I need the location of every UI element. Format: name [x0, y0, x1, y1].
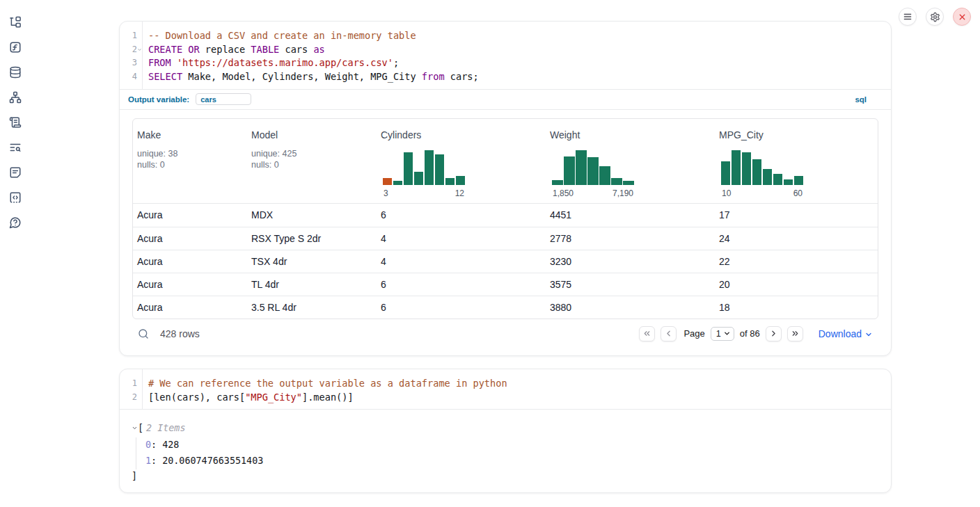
table-cell: 3.5 RL 4dr: [247, 302, 377, 313]
histogram-bar: [404, 152, 413, 185]
first-page-button[interactable]: [639, 326, 655, 341]
line-number: 1: [120, 29, 137, 43]
histogram-bar: [599, 166, 610, 185]
prev-page-button[interactable]: [661, 326, 677, 341]
tree-entry-key: 0: [145, 440, 151, 450]
line-number: 1: [120, 377, 137, 391]
table-cell: 3880: [546, 302, 715, 313]
histogram-bar: [623, 181, 634, 185]
column-name: Model: [251, 119, 377, 140]
table-row: Acura3.5 RL 4dr6388018: [133, 296, 878, 319]
network-icon: [9, 91, 22, 104]
table-cell: 4: [377, 233, 546, 244]
tree-entry: 1: 20.060747663551403: [145, 453, 891, 469]
code-text: SELECT Make, Model, Cylinders, Weight, M…: [142, 70, 479, 84]
sidebar-item-logs[interactable]: [9, 116, 22, 129]
column-name: Cylinders: [381, 119, 546, 140]
code-line: 1-- Download a CSV and create an in-memo…: [120, 29, 891, 43]
column-name: Make: [137, 119, 247, 140]
fold-gutter: [137, 377, 142, 391]
scroll-text-icon: [9, 116, 22, 129]
sidebar-item-datasources[interactable]: [9, 66, 22, 79]
last-page-button[interactable]: [787, 326, 803, 341]
histogram-bar: [414, 172, 423, 185]
fold-gutter: [137, 391, 142, 405]
sql-editor[interactable]: 1-- Download a CSV and create an in-memo…: [120, 22, 891, 89]
next-page-button[interactable]: [766, 326, 782, 341]
sidebar-item-snippets[interactable]: [9, 191, 22, 204]
table-row: AcuraMDX6445117: [133, 204, 878, 227]
sidebar-item-dependency-graph[interactable]: [9, 91, 22, 104]
column-header-mpg_city[interactable]: MPG_City1060: [715, 119, 878, 203]
sidebar-item-functions[interactable]: [9, 41, 22, 54]
settings-button[interactable]: [926, 8, 944, 26]
fold-gutter: [137, 29, 142, 43]
sidebar-item-file-tree[interactable]: [9, 16, 22, 29]
page-select[interactable]: 1: [711, 327, 734, 341]
table-row: AcuraTSX 4dr4323022: [133, 250, 878, 273]
collapse-chevron-icon[interactable]: [132, 425, 138, 431]
code-text: FROM 'https://datasets.marimo.app/cars.c…: [142, 56, 399, 70]
table-cell: RSX Type S 2dr: [247, 233, 377, 244]
output-variable-input[interactable]: [196, 93, 251, 105]
code-text: -- Download a CSV and create an in-memor…: [142, 29, 416, 43]
line-number: 2: [120, 43, 137, 57]
histogram-bar: [773, 174, 782, 185]
total-pages-label: of 86: [740, 328, 760, 339]
column-stats: unique: 425nulls: 0: [251, 148, 377, 171]
page-label: Page: [683, 328, 704, 339]
close-button[interactable]: [953, 8, 971, 26]
menu-button[interactable]: [899, 8, 917, 26]
fold-chevron-icon[interactable]: [137, 43, 142, 57]
table-cell: 4: [377, 256, 546, 267]
python-editor[interactable]: 1# We can reference the output variable …: [120, 369, 891, 409]
open-bracket: [: [138, 423, 143, 433]
fold-gutter: [137, 56, 142, 70]
table-cell: TSX 4dr: [247, 256, 377, 267]
histogram-bar: [576, 150, 587, 185]
data-table: Makeunique: 38nulls: 0Modelunique: 425nu…: [132, 118, 878, 319]
histogram-bar: [752, 159, 761, 185]
column-header-model[interactable]: Modelunique: 425nulls: 0: [247, 119, 377, 203]
code-text: [len(cars), cars["MPG_City"].mean()]: [142, 391, 354, 405]
sidebar-item-documentation[interactable]: [9, 166, 22, 179]
table-body: AcuraMDX6445117AcuraRSX Type S 2dr427782…: [133, 204, 878, 319]
close-bracket: ]: [132, 469, 891, 483]
column-histogram: [383, 150, 465, 185]
histogram-bar: [383, 178, 392, 185]
table-cell: 17: [715, 209, 878, 220]
table-cell: Acura: [133, 233, 247, 244]
gutter-divider: [142, 22, 143, 89]
output-variable-label: Output variable:: [128, 95, 189, 104]
histogram-bar: [794, 176, 803, 185]
list-output-tree: [ 2 Items 0: 4281: 20.060747663551403 ]: [132, 421, 891, 483]
axis-max-label: 7,190: [612, 188, 633, 198]
column-header-make[interactable]: Makeunique: 38nulls: 0: [133, 119, 247, 203]
table-cell: 20: [715, 279, 878, 290]
language-badge: sql: [855, 95, 867, 104]
sidebar-item-help[interactable]: [9, 216, 22, 229]
chevron-left-icon: [664, 329, 673, 338]
python-cell-output: [ 2 Items 0: 4281: 20.060747663551403 ]: [120, 409, 891, 492]
column-header-weight[interactable]: Weight1,8507,190: [546, 119, 715, 203]
sidebar-item-search-logs[interactable]: [9, 141, 22, 154]
table-cell: MDX: [247, 209, 377, 220]
chevrons-right-icon: [791, 329, 800, 338]
histogram-bar: [435, 154, 444, 185]
download-button[interactable]: Download: [819, 328, 873, 339]
sql-cell-output: Makeunique: 38nulls: 0Modelunique: 425nu…: [120, 109, 891, 355]
code-line: 2CREATE OR replace TABLE cars as: [120, 43, 891, 57]
code-text: # We can reference the output variable a…: [142, 377, 507, 391]
sql-cell: 1-- Download a CSV and create an in-memo…: [119, 21, 892, 356]
table-cell: 24: [715, 233, 878, 244]
text-search-icon: [9, 141, 22, 154]
axis-min-label: 3: [384, 188, 388, 198]
tree-entry-key: 1: [145, 456, 151, 466]
table-cell: Acura: [133, 256, 247, 267]
chevron-down-icon: [864, 330, 873, 339]
fold-gutter: [137, 70, 142, 84]
table-footer: 428 rows Page 1 of 86: [132, 323, 878, 345]
column-stats: unique: 38nulls: 0: [137, 148, 247, 171]
column-header-cylinders[interactable]: Cylinders312: [377, 119, 546, 203]
search-icon[interactable]: [138, 328, 149, 339]
